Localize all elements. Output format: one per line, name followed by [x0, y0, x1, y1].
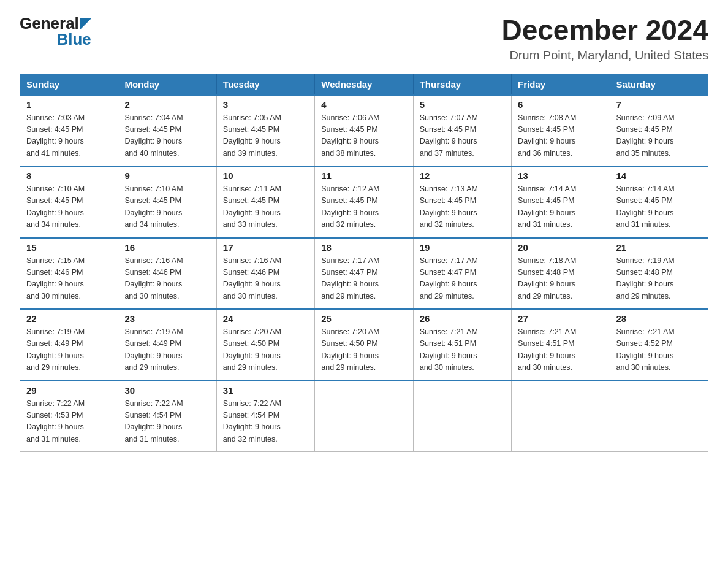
calendar-cell: 25Sunrise: 7:20 AMSunset: 4:50 PMDayligh…: [315, 309, 413, 381]
day-info: Sunrise: 7:15 AMSunset: 4:46 PMDaylight:…: [26, 255, 112, 303]
week-row-4: 22Sunrise: 7:19 AMSunset: 4:49 PMDayligh…: [20, 309, 708, 381]
calendar-cell: 21Sunrise: 7:19 AMSunset: 4:48 PMDayligh…: [610, 238, 708, 310]
week-row-2: 8Sunrise: 7:10 AMSunset: 4:45 PMDaylight…: [20, 166, 708, 238]
day-number: 24: [223, 313, 308, 324]
day-number: 22: [26, 313, 112, 324]
day-number: 4: [321, 99, 406, 110]
calendar-cell: 30Sunrise: 7:22 AMSunset: 4:54 PMDayligh…: [118, 381, 216, 452]
day-info: Sunrise: 7:16 AMSunset: 4:46 PMDaylight:…: [223, 255, 308, 303]
day-number: 9: [124, 170, 210, 181]
weekday-header-friday: Friday: [512, 74, 610, 95]
weekday-header-sunday: Sunday: [20, 74, 118, 95]
calendar-cell: [512, 381, 610, 452]
day-info: Sunrise: 7:12 AMSunset: 4:45 PMDaylight:…: [321, 183, 406, 231]
calendar-table: SundayMondayTuesdayWednesdayThursdayFrid…: [20, 74, 708, 453]
calendar-cell: 13Sunrise: 7:14 AMSunset: 4:45 PMDayligh…: [512, 166, 610, 238]
day-info: Sunrise: 7:19 AMSunset: 4:49 PMDaylight:…: [124, 326, 210, 374]
svg-marker-0: [80, 18, 91, 29]
day-info: Sunrise: 7:22 AMSunset: 4:53 PMDaylight:…: [26, 398, 112, 446]
day-info: Sunrise: 7:13 AMSunset: 4:45 PMDaylight:…: [420, 183, 505, 231]
day-number: 27: [518, 313, 603, 324]
calendar-cell: 24Sunrise: 7:20 AMSunset: 4:50 PMDayligh…: [216, 309, 314, 381]
day-number: 3: [223, 99, 308, 110]
day-info: Sunrise: 7:19 AMSunset: 4:48 PMDaylight:…: [616, 255, 702, 303]
logo: General Blue: [20, 15, 91, 47]
day-info: Sunrise: 7:22 AMSunset: 4:54 PMDaylight:…: [223, 398, 308, 446]
title-area: December 2024 Drum Point, Maryland, Unit…: [501, 15, 708, 63]
weekday-header-monday: Monday: [118, 74, 216, 95]
day-info: Sunrise: 7:09 AMSunset: 4:45 PMDaylight:…: [616, 112, 702, 160]
calendar-cell: 14Sunrise: 7:14 AMSunset: 4:45 PMDayligh…: [610, 166, 708, 238]
calendar-cell: 9Sunrise: 7:10 AMSunset: 4:45 PMDaylight…: [118, 166, 216, 238]
calendar-cell: 10Sunrise: 7:11 AMSunset: 4:45 PMDayligh…: [216, 166, 314, 238]
calendar-cell: 23Sunrise: 7:19 AMSunset: 4:49 PMDayligh…: [118, 309, 216, 381]
day-number: 26: [420, 313, 505, 324]
day-number: 14: [616, 170, 702, 181]
day-number: 28: [616, 313, 702, 324]
calendar-cell: [413, 381, 511, 452]
day-info: Sunrise: 7:14 AMSunset: 4:45 PMDaylight:…: [518, 183, 603, 231]
day-number: 10: [223, 170, 308, 181]
day-info: Sunrise: 7:20 AMSunset: 4:50 PMDaylight:…: [223, 326, 308, 374]
day-number: 12: [420, 170, 505, 181]
day-info: Sunrise: 7:08 AMSunset: 4:45 PMDaylight:…: [518, 112, 603, 160]
day-info: Sunrise: 7:03 AMSunset: 4:45 PMDaylight:…: [26, 112, 112, 160]
day-number: 29: [26, 385, 112, 396]
day-info: Sunrise: 7:05 AMSunset: 4:45 PMDaylight:…: [223, 112, 308, 160]
calendar-cell: 2Sunrise: 7:04 AMSunset: 4:45 PMDaylight…: [118, 95, 216, 167]
calendar-cell: 12Sunrise: 7:13 AMSunset: 4:45 PMDayligh…: [413, 166, 511, 238]
calendar-cell: 15Sunrise: 7:15 AMSunset: 4:46 PMDayligh…: [20, 238, 118, 310]
calendar-cell: [610, 381, 708, 452]
day-number: 25: [321, 313, 406, 324]
weekday-header-row: SundayMondayTuesdayWednesdayThursdayFrid…: [20, 74, 708, 95]
page-subtitle: Drum Point, Maryland, United States: [501, 48, 708, 63]
calendar-cell: 3Sunrise: 7:05 AMSunset: 4:45 PMDaylight…: [216, 95, 314, 167]
day-info: Sunrise: 7:17 AMSunset: 4:47 PMDaylight:…: [420, 255, 505, 303]
day-info: Sunrise: 7:17 AMSunset: 4:47 PMDaylight:…: [321, 255, 406, 303]
day-info: Sunrise: 7:14 AMSunset: 4:45 PMDaylight:…: [616, 183, 702, 231]
day-number: 18: [321, 242, 406, 253]
day-number: 13: [518, 170, 603, 181]
day-number: 21: [616, 242, 702, 253]
day-info: Sunrise: 7:04 AMSunset: 4:45 PMDaylight:…: [124, 112, 210, 160]
calendar-cell: 27Sunrise: 7:21 AMSunset: 4:51 PMDayligh…: [512, 309, 610, 381]
day-info: Sunrise: 7:16 AMSunset: 4:46 PMDaylight:…: [124, 255, 210, 303]
week-row-3: 15Sunrise: 7:15 AMSunset: 4:46 PMDayligh…: [20, 238, 708, 310]
calendar-cell: 1Sunrise: 7:03 AMSunset: 4:45 PMDaylight…: [20, 95, 118, 167]
day-info: Sunrise: 7:18 AMSunset: 4:48 PMDaylight:…: [518, 255, 603, 303]
calendar-cell: 11Sunrise: 7:12 AMSunset: 4:45 PMDayligh…: [315, 166, 413, 238]
weekday-header-tuesday: Tuesday: [216, 74, 314, 95]
calendar-cell: 17Sunrise: 7:16 AMSunset: 4:46 PMDayligh…: [216, 238, 314, 310]
day-number: 7: [616, 99, 702, 110]
calendar-cell: 28Sunrise: 7:21 AMSunset: 4:52 PMDayligh…: [610, 309, 708, 381]
week-row-1: 1Sunrise: 7:03 AMSunset: 4:45 PMDaylight…: [20, 95, 708, 167]
logo-triangle-icon: [80, 18, 91, 29]
logo-general-text: General: [20, 15, 79, 31]
day-info: Sunrise: 7:07 AMSunset: 4:45 PMDaylight:…: [420, 112, 505, 160]
logo-blue-text: Blue: [56, 30, 91, 48]
calendar-cell: 31Sunrise: 7:22 AMSunset: 4:54 PMDayligh…: [216, 381, 314, 452]
calendar-cell: 8Sunrise: 7:10 AMSunset: 4:45 PMDaylight…: [20, 166, 118, 238]
day-info: Sunrise: 7:10 AMSunset: 4:45 PMDaylight:…: [26, 183, 112, 231]
day-number: 15: [26, 242, 112, 253]
day-number: 6: [518, 99, 603, 110]
day-number: 23: [124, 313, 210, 324]
calendar-cell: 5Sunrise: 7:07 AMSunset: 4:45 PMDaylight…: [413, 95, 511, 167]
week-row-5: 29Sunrise: 7:22 AMSunset: 4:53 PMDayligh…: [20, 381, 708, 452]
weekday-header-wednesday: Wednesday: [315, 74, 413, 95]
page-title: December 2024: [501, 15, 708, 46]
day-number: 19: [420, 242, 505, 253]
calendar-cell: 20Sunrise: 7:18 AMSunset: 4:48 PMDayligh…: [512, 238, 610, 310]
calendar-cell: 19Sunrise: 7:17 AMSunset: 4:47 PMDayligh…: [413, 238, 511, 310]
calendar-cell: 18Sunrise: 7:17 AMSunset: 4:47 PMDayligh…: [315, 238, 413, 310]
day-number: 16: [124, 242, 210, 253]
weekday-header-thursday: Thursday: [413, 74, 511, 95]
day-number: 1: [26, 99, 112, 110]
day-number: 17: [223, 242, 308, 253]
calendar-cell: 22Sunrise: 7:19 AMSunset: 4:49 PMDayligh…: [20, 309, 118, 381]
day-info: Sunrise: 7:21 AMSunset: 4:52 PMDaylight:…: [616, 326, 702, 374]
day-info: Sunrise: 7:11 AMSunset: 4:45 PMDaylight:…: [223, 183, 308, 231]
day-info: Sunrise: 7:22 AMSunset: 4:54 PMDaylight:…: [124, 398, 210, 446]
day-info: Sunrise: 7:10 AMSunset: 4:45 PMDaylight:…: [124, 183, 210, 231]
day-info: Sunrise: 7:19 AMSunset: 4:49 PMDaylight:…: [26, 326, 112, 374]
